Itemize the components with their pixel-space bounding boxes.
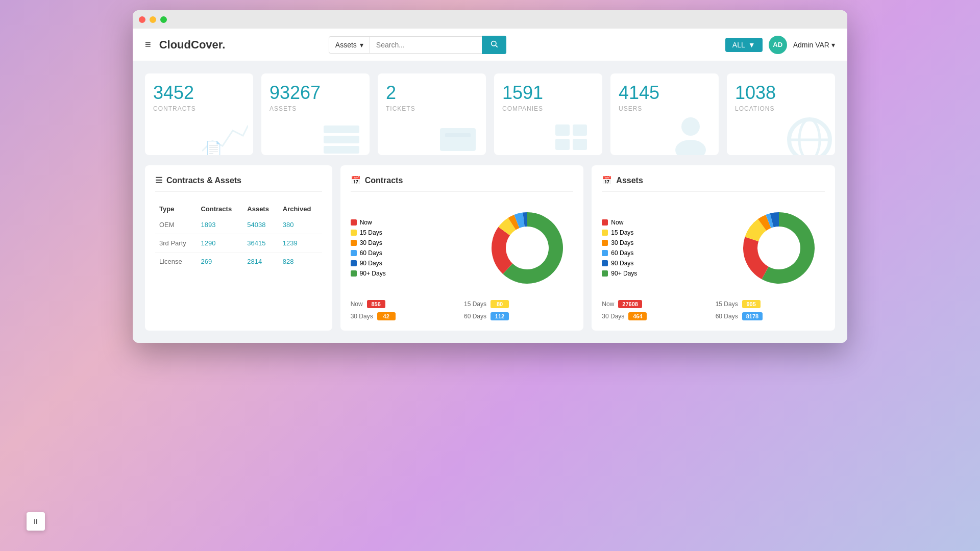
stat-badge: 42 — [377, 312, 396, 320]
table-row: 3rd Party 1290 36415 1239 — [155, 234, 322, 253]
legend-dot — [602, 270, 608, 277]
titlebar — [133, 10, 847, 29]
contracts-chart-title: 📅 Contracts — [351, 176, 574, 192]
close-button[interactable] — [139, 16, 145, 23]
stat-label-1: ASSETS — [270, 105, 361, 112]
stat-card-locations[interactable]: 1038 LOCATIONS — [727, 73, 835, 155]
stat-card-assets[interactable]: 93267 ASSETS — [261, 73, 370, 155]
stat-bar-label: Now — [602, 300, 614, 308]
logo: CloudCover. — [159, 38, 226, 52]
legend-dot — [351, 250, 357, 256]
stat-bar-item: 60 Days 112 — [464, 312, 573, 320]
legend-item: 30 Days — [602, 239, 637, 246]
stat-bar-item: 30 Days 42 — [351, 312, 460, 320]
stat-bar-item: 60 Days 8178 — [716, 312, 825, 320]
search-container: Assets ▾ — [329, 36, 543, 54]
svg-point-15 — [799, 119, 820, 155]
stat-bg-icon-1 — [318, 114, 370, 155]
legend-label: 15 Days — [360, 229, 382, 236]
assets-chart-title: 📅 Assets — [602, 176, 825, 192]
legend-item: 90 Days — [602, 260, 637, 267]
stat-bar-item: 30 Days 464 — [602, 312, 711, 320]
stat-badge: 464 — [628, 312, 647, 320]
contracts-cell: 1290 — [197, 234, 243, 253]
stat-bar-item: 15 Days 905 — [716, 300, 825, 308]
svg-point-0 — [491, 41, 496, 45]
archived-cell: 828 — [279, 253, 322, 271]
main-window: ≡ CloudCover. Assets ▾ ALL ▼ AD — [133, 10, 847, 343]
legend-item: Now — [351, 219, 386, 226]
stat-card-companies[interactable]: 1591 COMPANIES — [494, 73, 602, 155]
menu-icon[interactable]: ≡ — [145, 39, 151, 51]
search-input[interactable] — [370, 36, 482, 54]
table-row: OEM 1893 54038 380 — [155, 216, 322, 234]
svg-rect-6 — [440, 128, 476, 151]
col-contracts: Contracts — [197, 202, 243, 216]
stat-label-2: TICKETS — [386, 105, 478, 112]
stat-bar-item: Now 856 — [351, 300, 460, 308]
legend-label: 90 Days — [611, 260, 633, 267]
logo-bold: Cover. — [191, 38, 225, 51]
legend-dot — [351, 230, 357, 236]
legend-label: 60 Days — [360, 249, 382, 257]
stat-bar-label: 15 Days — [716, 300, 738, 308]
svg-point-13 — [675, 140, 706, 155]
stat-label-3: COMPANIES — [502, 105, 594, 112]
search-category-label: Assets — [335, 41, 357, 49]
minimize-button[interactable] — [150, 16, 156, 23]
maximize-button[interactable] — [160, 16, 167, 23]
contracts-chart-panel: 📅 Contracts Now 15 Days 30 Days 60 Days … — [340, 165, 584, 331]
contracts-title-label: Contracts — [365, 176, 403, 185]
contracts-assets-table: Type Contracts Assets Archived OEM 1893 … — [155, 202, 322, 270]
search-category-dropdown[interactable]: Assets ▾ — [329, 36, 370, 54]
type-cell: OEM — [155, 216, 197, 234]
legend-item: 60 Days — [602, 249, 637, 257]
stat-badge: 27608 — [618, 300, 642, 308]
legend-label: 60 Days — [611, 249, 633, 257]
legend-label: 90+ Days — [360, 270, 386, 277]
stat-label-4: USERS — [619, 105, 710, 112]
search-icon — [490, 40, 498, 48]
dropdown-chevron-icon: ▾ — [360, 41, 363, 49]
search-button[interactable] — [482, 36, 506, 54]
type-cell: 3rd Party — [155, 234, 197, 253]
assets-legend: Now 15 Days 30 Days 60 Days 90 Days 90+ … — [602, 219, 637, 277]
pause-button[interactable]: ⏸ — [27, 512, 45, 531]
stat-number-0: 3452 — [153, 84, 245, 102]
stat-bg-icon-2 — [435, 114, 486, 155]
assets-chart-container: Now 15 Days 30 Days 60 Days 90 Days 90+ … — [602, 202, 825, 294]
user-menu[interactable]: Admin VAR ▾ — [793, 41, 835, 49]
stat-number-2: 2 — [386, 84, 478, 102]
stat-bar-label: 30 Days — [351, 313, 373, 320]
all-filter-button[interactable]: ALL ▼ — [725, 38, 763, 52]
stat-bar-item: Now 27608 — [602, 300, 711, 308]
legend-item: 15 Days — [602, 229, 637, 236]
contracts-chart-container: Now 15 Days 30 Days 60 Days 90 Days 90+ … — [351, 202, 574, 294]
stat-card-users[interactable]: 4145 USERS — [610, 73, 719, 155]
panel-title-label: Contracts & Assets — [166, 176, 241, 185]
table-row: License 269 2814 828 — [155, 253, 322, 271]
stat-card-contracts[interactable]: 3452 CONTRACTS 📄 — [145, 73, 253, 155]
legend-item: 15 Days — [351, 229, 386, 236]
stat-number-3: 1591 — [502, 84, 594, 102]
legend-dot — [602, 219, 608, 226]
legend-dot — [602, 260, 608, 266]
donut-segment — [743, 237, 769, 279]
legend-label: 90 Days — [360, 260, 382, 267]
stat-card-tickets[interactable]: 2 TICKETS — [378, 73, 486, 155]
svg-text:📄: 📄 — [205, 140, 223, 155]
contracts-cell: 269 — [197, 253, 243, 271]
legend-label: 30 Days — [360, 239, 382, 246]
stat-badge: 905 — [742, 300, 761, 308]
legend-label: 30 Days — [611, 239, 633, 246]
calendar-icon-contracts: 📅 — [351, 176, 361, 185]
stat-label-5: LOCATIONS — [735, 105, 827, 112]
contracts-donut-chart — [481, 202, 573, 294]
contracts-assets-panel: ☰ Contracts & Assets Type Contracts Asse… — [145, 165, 332, 331]
legend-dot — [351, 260, 357, 266]
avatar: AD — [769, 36, 787, 54]
stat-bar-label: 15 Days — [464, 300, 486, 308]
col-assets: Assets — [243, 202, 278, 216]
legend-item: 90+ Days — [351, 270, 386, 277]
stat-bar-label: 30 Days — [602, 313, 624, 320]
